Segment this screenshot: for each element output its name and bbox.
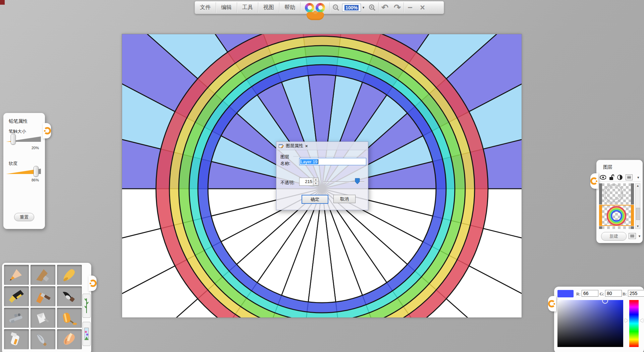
window-corner-chip: [0, 0, 5, 5]
menu-help[interactable]: 帮助: [279, 1, 300, 14]
layer-name-input[interactable]: Layer 19: [299, 158, 366, 165]
menu-file[interactable]: 文件: [195, 1, 216, 14]
softness-slider-handle[interactable]: [34, 166, 39, 177]
mascot-handle-icon[interactable]: [307, 12, 324, 20]
softness-slider[interactable]: [6, 167, 41, 177]
layer-menu-button[interactable]: [626, 174, 633, 180]
green-input[interactable]: [605, 290, 622, 297]
dialog-titlebar[interactable]: 图层属性 ×: [276, 142, 368, 150]
layers-footer-caret[interactable]: ▾: [637, 234, 642, 238]
panel-drag-handle[interactable]: [43, 123, 51, 138]
zoom-combobox[interactable]: 100% ▾: [342, 1, 366, 14]
menu-tools[interactable]: 工具: [237, 1, 258, 14]
menu-edit[interactable]: 编辑: [216, 1, 237, 14]
zoom-dropdown-caret[interactable]: ▾: [361, 5, 366, 10]
app-logo-icon: [316, 3, 325, 12]
opacity-spinbox[interactable]: 215 ▲ ▼: [299, 178, 319, 186]
layers-footer-menu[interactable]: ▾: [629, 233, 642, 239]
magnifier-minus-icon: [332, 4, 340, 11]
scroll-up-icon[interactable]: ▲: [636, 184, 640, 188]
reset-button[interactable]: 重置: [14, 213, 34, 221]
tool-ink-brush[interactable]: [57, 286, 82, 306]
layer-properties-dialog: 图层属性 × 图层 名称: Layer 19 不透明: 215 ▲ ▼ 确定 取…: [276, 141, 368, 210]
blue-input[interactable]: [628, 290, 644, 297]
red-input[interactable]: [582, 290, 598, 297]
redo-button[interactable]: ↷: [391, 1, 404, 14]
panel-drag-handle[interactable]: [548, 296, 556, 311]
name-label: 名称:: [280, 161, 290, 167]
brush-size-slider[interactable]: [6, 134, 41, 144]
opacity-slider-track[interactable]: [323, 181, 364, 182]
ok-button[interactable]: 确定: [302, 195, 328, 204]
layer-item-rainbow-selected[interactable]: [599, 205, 634, 226]
opacity-contrast-icon[interactable]: [617, 175, 623, 180]
layer-thumb-bar: [599, 226, 602, 229]
group-separator: [293, 156, 364, 157]
tool-wood-pen[interactable]: [31, 265, 55, 285]
layer-item-partial[interactable]: [599, 226, 634, 229]
layer-item-sketch[interactable]: [599, 183, 634, 204]
scrollbar-thumb[interactable]: [636, 208, 640, 220]
new-layer-button[interactable]: 新建: [601, 232, 627, 241]
panel-drag-handle[interactable]: [89, 276, 97, 291]
layers-panel: 图层 ▾: [596, 160, 643, 243]
opacity-slider-handle[interactable]: [355, 178, 360, 184]
opacity-value: 215: [300, 178, 313, 185]
minimize-button[interactable]: −: [404, 1, 416, 14]
dialog-group-label: 图层: [280, 154, 289, 160]
pencil-icon: [7, 267, 26, 283]
texture-tab-picture[interactable]: [83, 322, 91, 346]
layer-sketch-preview: [599, 183, 634, 204]
tool-fountain-pen[interactable]: [4, 286, 29, 306]
palette-knife-icon: [34, 310, 52, 326]
scroll-down-icon[interactable]: ▼: [636, 224, 640, 229]
tool-paint-tube[interactable]: [4, 329, 29, 349]
green-label: G:: [600, 291, 604, 297]
brush-size-slider-handle[interactable]: [11, 134, 16, 144]
spin-up-icon[interactable]: ▲: [313, 178, 318, 182]
tool-paintbrush[interactable]: [31, 286, 55, 306]
zoom-value-field[interactable]: 100%: [342, 4, 361, 11]
tool-metal-quill[interactable]: [31, 329, 55, 349]
close-button[interactable]: ×: [416, 1, 429, 14]
zoom-in-button[interactable]: [366, 1, 378, 14]
tool-airbrush[interactable]: [4, 308, 29, 328]
visibility-eye-icon[interactable]: [600, 175, 606, 180]
hue-marker-right-icon[interactable]: [640, 318, 643, 322]
tool-palette-knife[interactable]: [31, 308, 55, 328]
texture-tab-plant[interactable]: [83, 294, 91, 318]
dialog-title: 图层属性: [286, 143, 303, 149]
spin-down-icon[interactable]: ▼: [313, 182, 318, 185]
layers-panel-title: 图层: [603, 164, 612, 170]
main-toolbar: 文件 编辑 工具 视图 帮助 100% ▾: [195, 1, 444, 14]
red-label: R:: [576, 291, 580, 297]
layers-footer-menu-icon[interactable]: [629, 233, 636, 239]
layers-scrollbar[interactable]: ▲ ▼: [635, 183, 640, 229]
zoom-out-button[interactable]: [330, 1, 342, 14]
fountain-pen-icon: [7, 289, 26, 304]
tool-paint-roller[interactable]: [57, 308, 82, 328]
tool-grid: [4, 265, 82, 349]
tool-crayon[interactable]: [57, 265, 82, 285]
cancel-button[interactable]: 取消: [333, 195, 356, 203]
layer-name-selected-text: Layer 19: [300, 159, 318, 164]
sv-picker-indicator[interactable]: [602, 298, 608, 304]
layer-menu-caret[interactable]: ▾: [636, 175, 641, 180]
tool-pencil[interactable]: [4, 265, 29, 285]
undo-button[interactable]: ↶: [379, 1, 391, 14]
lock-open-icon[interactable]: [609, 174, 614, 180]
tool-eraser[interactable]: [57, 329, 82, 349]
layer-thumb-bar: [631, 226, 634, 229]
hue-marker-left-icon[interactable]: [625, 318, 628, 322]
zoom-value: 100%: [344, 5, 359, 10]
pencil-panel-title: 铅笔属性: [9, 118, 28, 124]
blue-label: B:: [623, 291, 627, 297]
hue-slider[interactable]: [629, 300, 639, 347]
dialog-close-icon[interactable]: ×: [305, 143, 308, 149]
airbrush-icon: [7, 310, 26, 326]
menu-view[interactable]: 视图: [258, 1, 279, 14]
app-root: 文件 编辑 工具 视图 帮助 100% ▾: [0, 0, 644, 352]
saturation-value-field[interactable]: [557, 300, 623, 347]
softness-value: 86%: [32, 178, 39, 182]
panel-drag-handle[interactable]: [590, 173, 598, 189]
